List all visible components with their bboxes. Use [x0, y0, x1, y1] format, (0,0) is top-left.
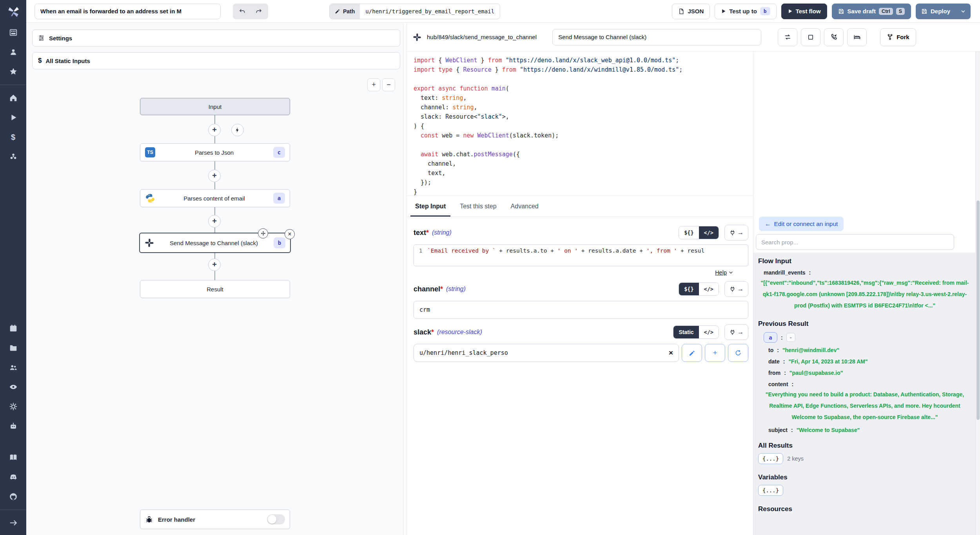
save-draft-button[interactable]: Save draft Ctrl S [832, 4, 911, 19]
groups-icon[interactable] [5, 359, 22, 376]
edit-resource-button[interactable] [682, 344, 702, 362]
flow-settings-button[interactable]: Settings [32, 29, 400, 47]
javascript-mode-button[interactable]: </> [699, 226, 719, 239]
slack-icon [145, 238, 154, 248]
error-handler-node[interactable]: Error handler [140, 510, 290, 529]
content-value[interactable]: "Everything you need to build a product:… [758, 389, 971, 423]
move-step-handle[interactable] [258, 228, 268, 239]
chevron-down-icon [728, 270, 733, 275]
javascript-mode-button[interactable]: </> [699, 283, 719, 295]
connect-input-button[interactable]: → [724, 225, 748, 240]
field-type-text: (string) [432, 229, 452, 236]
github-icon[interactable] [5, 488, 22, 505]
worker-groups-icon[interactable] [5, 148, 22, 165]
slack-resource-input[interactable]: u/henri/henri_slack_perso × [414, 344, 679, 362]
ai-robot-icon[interactable] [5, 418, 22, 434]
interpolation-mode-button[interactable]: ${} [679, 226, 699, 239]
discord-icon[interactable] [5, 469, 22, 485]
step-editor-region: hub/849/slack/send_message_to_channel [407, 23, 980, 535]
flow-node-result[interactable]: Result [140, 280, 290, 298]
connect-input-button[interactable]: → [724, 324, 748, 340]
early-stop-button[interactable] [801, 28, 820, 46]
file-json-icon [678, 8, 684, 14]
refresh-resource-button[interactable] [728, 344, 748, 362]
redo-button[interactable] [250, 5, 267, 18]
windmill-logo[interactable] [0, 0, 26, 23]
flow-node-parses-content[interactable]: Parses content of email a [140, 189, 290, 207]
flow-node-input[interactable]: Input [140, 98, 290, 115]
repeat-icon [784, 33, 791, 41]
deploy-more-button[interactable] [956, 4, 971, 19]
variables-dollar-icon[interactable]: $ [5, 129, 22, 145]
javascript-mode-button[interactable]: </> [699, 326, 719, 338]
scrollbar-thumb[interactable] [976, 201, 980, 420]
connect-input-button[interactable]: → [724, 281, 748, 297]
tab-test-this-step[interactable]: Test this step [453, 196, 503, 217]
prop-row-from[interactable]: from:"paul@supabase.io" [758, 370, 971, 376]
sleep-button[interactable] [847, 28, 867, 46]
user-icon[interactable] [5, 44, 22, 60]
favorites-star-icon[interactable] [5, 63, 22, 80]
apps-icon[interactable] [5, 24, 22, 41]
docs-book-icon[interactable] [5, 449, 22, 466]
deploy-button[interactable]: Deploy [916, 4, 956, 19]
prop-row-content[interactable]: content: [758, 381, 971, 387]
flow-node-parses-to-json[interactable]: TS Parses to Json c [140, 143, 290, 161]
arrow-right-icon: → [737, 286, 744, 293]
step-summary-input[interactable] [552, 29, 761, 45]
path-field[interactable]: Path u/henri/triggered_by_email_report_e… [329, 4, 500, 19]
channel-value-input[interactable] [414, 301, 748, 319]
prop-row-to[interactable]: to:"henri@windmill.dev" [758, 347, 971, 353]
add-resource-button[interactable]: + [705, 344, 725, 362]
settings-gear-icon[interactable] [5, 398, 22, 415]
zoom-out-button[interactable]: − [382, 78, 395, 91]
error-handler-toggle[interactable] [267, 514, 285, 524]
clear-resource-icon[interactable]: × [669, 349, 673, 357]
collapse-button[interactable]: - [786, 333, 795, 342]
folders-icon[interactable] [5, 340, 22, 356]
expand-arrow-icon[interactable] [5, 515, 22, 531]
tab-step-input[interactable]: Step Input [408, 196, 453, 217]
edit-or-connect-input-button[interactable]: ← Edit or connect an input [759, 217, 844, 231]
arrow-right-icon: → [737, 229, 744, 236]
redo-icon [255, 8, 262, 15]
insert-step-button[interactable]: + [208, 215, 221, 228]
undo-button[interactable] [234, 5, 250, 18]
trigger-bolt-button[interactable] [231, 124, 244, 136]
prop-row-mandrill[interactable]: mandrill_events: [758, 269, 971, 276]
deploy-split-button: Deploy [916, 4, 971, 19]
home-icon[interactable] [5, 90, 22, 106]
static-mode-button[interactable]: Static [673, 326, 699, 338]
variables-object-chip[interactable]: {...} [758, 485, 783, 496]
fork-button[interactable]: Fork [880, 28, 916, 46]
flow-name-input[interactable] [34, 4, 221, 19]
all-static-inputs-button[interactable]: $ All Static Inputs [32, 52, 400, 69]
json-button[interactable]: JSON [672, 4, 710, 19]
insert-step-button[interactable]: + [208, 258, 221, 271]
all-results-object-chip[interactable]: {...} [758, 453, 783, 464]
interpolation-mode-button[interactable]: ${} [679, 283, 699, 295]
text-expression-editor[interactable]: 1 `Email received by ` + results.a.to + … [414, 244, 748, 266]
zoom-in-button[interactable]: + [367, 78, 380, 91]
step-tabs: Step Input Test this step Advanced [407, 196, 753, 217]
props-scrollbar[interactable] [975, 52, 980, 535]
prop-row-subject[interactable]: subject:"Welcome to Supabase" [758, 427, 971, 433]
audit-eye-icon[interactable] [5, 379, 22, 395]
mandrill-value[interactable]: "[{"event":"inbound","ts":1683819426,"ms… [758, 277, 971, 311]
insert-step-button[interactable]: + [208, 124, 221, 136]
prop-row-date[interactable]: date:"Fri, Apr 14, 2023 at 10:28 AM" [758, 358, 971, 365]
runs-play-icon[interactable] [5, 109, 22, 126]
test-up-to-button[interactable]: Test up to b [715, 4, 776, 19]
tab-advanced[interactable]: Advanced [504, 196, 546, 217]
search-prop-input[interactable] [756, 234, 954, 250]
suspend-button[interactable] [824, 28, 844, 46]
schedules-calendar-icon[interactable] [5, 320, 22, 336]
code-editor[interactable]: import { WebClient } from "https://deno.… [407, 52, 753, 196]
help-link[interactable]: Help [715, 269, 727, 276]
test-flow-button[interactable]: Test flow [781, 4, 827, 19]
retry-button[interactable] [778, 28, 797, 46]
insert-step-button[interactable]: + [208, 170, 221, 182]
step-a-badge[interactable]: a [764, 332, 777, 343]
delete-step-button[interactable]: × [285, 229, 295, 239]
flow-node-send-message-selected[interactable]: Send Message to Channel (slack) b [139, 233, 291, 253]
